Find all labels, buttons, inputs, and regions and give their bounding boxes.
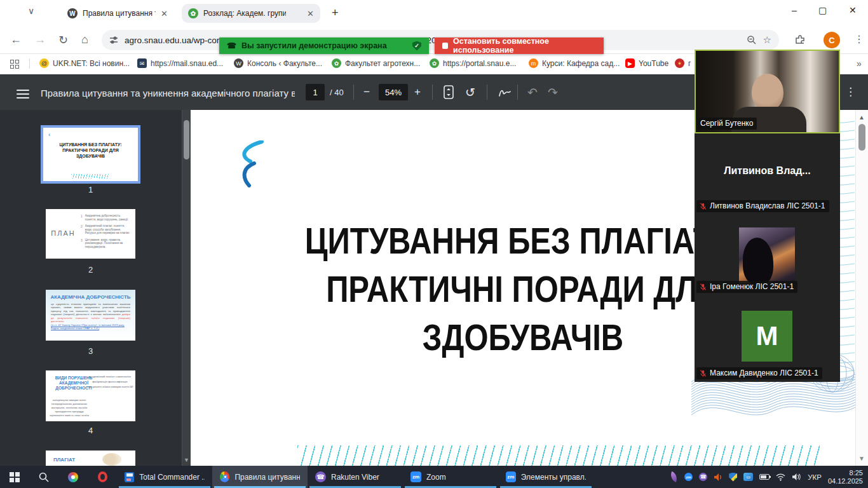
profile-avatar[interactable]: C xyxy=(824,32,840,48)
thumbnail-5-image xyxy=(102,453,121,466)
tray-defender-icon[interactable]: ✓ xyxy=(729,473,737,482)
home-icon[interactable]: ⌂ xyxy=(81,33,88,46)
bookmark-console[interactable]: WКонсоль ‹ Факульте... xyxy=(234,58,322,68)
taskbar-app-zoom-controls[interactable]: zm Элементы управл... xyxy=(498,466,593,488)
window-maximize-button[interactable]: ▢ xyxy=(818,5,827,15)
tray-viber-icon[interactable]: ☎ xyxy=(699,473,707,481)
search-icon xyxy=(39,472,49,482)
tab-title: Розклад: Академ. групи xyxy=(203,9,286,18)
tab-pdf[interactable]: W Правила цитування та уникне ✕ xyxy=(61,4,174,23)
pdf-scrollbar[interactable]: ▲ ▼ xyxy=(855,110,868,466)
scrollbar-thumb[interactable] xyxy=(858,124,865,151)
taskbar-app-viber[interactable]: ☎ Rakuten Viber xyxy=(308,466,403,488)
bookmark-youtube[interactable]: ▶YouTube xyxy=(625,58,668,68)
zoom-in-icon[interactable]: + xyxy=(414,86,421,98)
browser-tab-strip: ∨ W Правила цитування та уникне ✕ ✿ Розк… xyxy=(0,0,868,25)
windows-taskbar: Total Commander ... Правила цитуванн... … xyxy=(0,466,868,488)
search-button[interactable] xyxy=(29,466,58,488)
tray-feather-icon[interactable] xyxy=(668,471,679,482)
thumbnail-2[interactable]: ПЛАН 1Академічна доброчесність: поняття,… xyxy=(46,209,135,259)
thumbnail-1[interactable]: ‹ ЦИТУВАННЯ БЕЗ ПЛАГІАТУ: ПРАКТИЧНІ ПОРА… xyxy=(41,125,140,184)
back-icon[interactable]: ← xyxy=(10,33,22,46)
taskbar-app-total-commander[interactable]: Total Commander ... xyxy=(117,466,212,488)
wifi-icon[interactable] xyxy=(776,473,785,481)
zoom-out-icon[interactable]: − xyxy=(363,86,370,98)
youtube-icon: ▶ xyxy=(625,58,635,68)
forward-icon[interactable]: → xyxy=(34,33,46,46)
refresh-icon[interactable]: ↻ xyxy=(58,33,68,47)
tab-close-icon[interactable]: ✕ xyxy=(307,9,314,18)
thumbnail-3[interactable]: АКАДЕМІЧНА ДОБРОЧЕСНІСТЬ це сукупність е… xyxy=(46,290,135,341)
tab-close-icon[interactable]: ✕ xyxy=(161,9,168,18)
tray-speaker-red-icon[interactable] xyxy=(714,473,722,482)
zoom-out-page-icon[interactable] xyxy=(747,35,757,45)
sidebar-scrollbar[interactable]: ▼ xyxy=(182,110,191,466)
zoom-icon: zm xyxy=(506,471,516,482)
bookmark-partial[interactable]: ✶г xyxy=(675,58,691,68)
extensions-icon[interactable] xyxy=(794,34,806,45)
site-info-icon[interactable] xyxy=(109,36,118,44)
scroll-up-icon[interactable]: ▲ xyxy=(858,114,865,121)
chrome-icon xyxy=(220,471,229,482)
participant-tile[interactable]: Литвинов Влад... Литвинов Владислав ЛІС … xyxy=(695,133,840,215)
pdf-menu-icon[interactable] xyxy=(17,87,29,101)
bookmark-portal[interactable]: ✿https://portal.snau.e... xyxy=(430,58,516,68)
window-minimize-button[interactable]: – xyxy=(792,5,797,15)
sidebar-scrollbar-thumb[interactable] xyxy=(184,120,189,159)
new-tab-button[interactable]: + xyxy=(332,6,339,19)
window-close-button[interactable]: ✕ xyxy=(849,5,857,15)
bookmark-mail[interactable]: ✉https://mail.snau.ed... xyxy=(137,58,223,68)
language-indicator[interactable]: УКР xyxy=(808,473,822,481)
apps-grid-icon[interactable] xyxy=(10,60,19,69)
fit-page-icon[interactable] xyxy=(444,85,454,99)
thumbnail-5[interactable]: ПЛАГІАТ xyxy=(46,451,135,466)
moodle-icon: m xyxy=(529,58,538,68)
participant-display-name: Литвинов Влад... xyxy=(695,165,840,177)
participant-tile[interactable]: М Максим Давиденко ЛІС 2501-1 xyxy=(695,295,840,382)
zoom-participants-panel[interactable]: Сергій Бутенко Литвинов Влад... Литвинов… xyxy=(695,50,840,382)
muted-mic-icon xyxy=(699,369,707,377)
taskbar-app-chrome[interactable]: Правила цитуванн... xyxy=(212,466,308,488)
battery-icon[interactable] xyxy=(759,474,770,480)
schedule-favicon: ✿ xyxy=(188,8,198,18)
bookmark-ukrnet[interactable]: @UKR.NET: Всі новин... xyxy=(39,58,130,68)
tab-schedule[interactable]: ✿ Розклад: Академ. групи ✕ xyxy=(182,4,320,23)
annotate-pen-icon[interactable] xyxy=(498,88,511,98)
redo-icon[interactable]: ↷ xyxy=(548,85,558,100)
participant-tile[interactable]: Іра Гоменюк ЛІС 2501-1 xyxy=(695,215,840,295)
tray-network-computers-icon[interactable]: ▭ xyxy=(743,473,753,481)
thumbnail-4[interactable]: ВИДИ ПОРУШЕНЬ АКАДЕМІЧНОЇ ДОБРОЧЕСНОСТІ … xyxy=(46,370,135,421)
thumbnail-2-number: 2 xyxy=(46,265,135,274)
tray-zoom-icon[interactable]: zm xyxy=(684,473,693,481)
clock[interactable]: 8:25 04.12.2025 xyxy=(828,469,863,485)
paint-button[interactable] xyxy=(58,466,88,488)
pdf-more-icon[interactable]: ⋮ xyxy=(845,85,856,98)
bookmarks-overflow-icon[interactable]: » xyxy=(857,58,862,69)
paint-icon xyxy=(68,472,78,482)
taskbar-app-zoom[interactable]: zm Zoom xyxy=(403,466,498,488)
divider xyxy=(487,85,487,100)
pdf-page-input[interactable]: 1 xyxy=(306,84,325,100)
participant-avatar-initial: М xyxy=(742,311,792,362)
share-phone-icon: ☎ xyxy=(227,41,236,50)
bookmark-star-icon[interactable]: ☆ xyxy=(763,34,771,46)
start-button[interactable] xyxy=(0,466,29,488)
pdf-zoom-level[interactable]: 54% xyxy=(379,84,408,100)
participant-name-label: Литвинов Владислав ЛІС 2501-1 xyxy=(696,200,829,212)
undo-icon[interactable]: ↶ xyxy=(527,85,538,100)
scroll-down-icon[interactable]: ▼ xyxy=(858,455,865,462)
bookmark-moodle[interactable]: mКурси: Кафедра сад... xyxy=(529,58,620,68)
tab-search-chevron-icon[interactable]: ∨ xyxy=(28,6,34,16)
participant-name-label: Сергій Бутенко xyxy=(698,118,757,130)
system-tray: zm ☎ ✓ ▭ УКР 8:25 04.12.2025 xyxy=(670,466,868,488)
opera-button[interactable] xyxy=(88,466,117,488)
share-banner-text: Вы запустили демонстрацию экрана xyxy=(241,41,387,50)
bookmark-faculty[interactable]: ✿Факультет агротехн... xyxy=(332,58,420,68)
volume-icon[interactable] xyxy=(792,473,801,481)
stop-share-button[interactable]: Остановить совместное использование xyxy=(435,37,604,54)
participant-video-tile[interactable]: Сергій Бутенко xyxy=(695,50,840,133)
rotate-icon[interactable]: ↺ xyxy=(465,85,475,100)
sidebar-scroll-down-icon[interactable]: ▼ xyxy=(184,457,189,463)
mail-icon: ✉ xyxy=(137,58,147,68)
browser-menu-icon[interactable]: ⋮ xyxy=(854,33,864,45)
